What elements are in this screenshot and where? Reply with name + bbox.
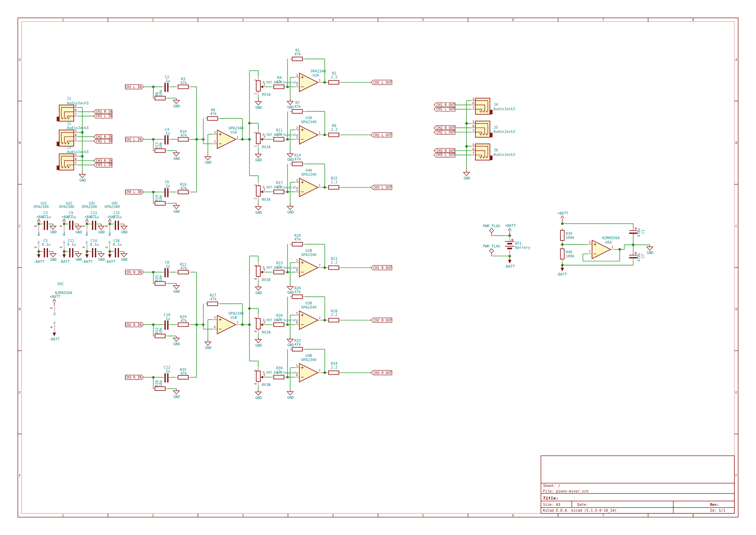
value-label: 47k	[294, 290, 301, 294]
vbatt-arrow-icon	[53, 299, 55, 302]
gnd-label: GND	[256, 105, 262, 109]
ref-label: U3B	[306, 301, 312, 305]
opamp-triangle	[299, 126, 318, 144]
gnd-icon	[255, 207, 261, 210]
gnd-label: GND	[174, 342, 180, 346]
jack-sleeve	[57, 165, 59, 170]
value-label: AudioJack3	[67, 101, 88, 105]
value-label: OPA2340	[301, 305, 316, 309]
frame-column-label: 8	[692, 18, 694, 22]
pin-number: 3	[296, 126, 298, 130]
pin-number: 6	[254, 370, 257, 371]
ref-label: U1B	[231, 315, 237, 319]
gnd-label: GND	[647, 251, 653, 255]
ref-label: R23	[276, 261, 283, 265]
pwr-flag-icon	[489, 229, 494, 233]
gnd-icon	[173, 286, 179, 289]
power-label: -BATT	[82, 259, 93, 264]
ref-label: U2A	[312, 73, 319, 77]
ref-label: U4A	[306, 168, 312, 172]
net-label: CH3_L_OUT	[436, 153, 455, 157]
gnd-icon	[287, 339, 293, 342]
value-label: 10k	[158, 195, 163, 201]
pin-number: 4	[59, 246, 63, 248]
ref-label: C10	[164, 313, 170, 317]
value-label: OPA2340	[311, 69, 326, 73]
net-label: CH2_R_IN	[96, 135, 112, 139]
titleblock-file: File: piano-mixer.sch	[543, 489, 589, 493]
power-label: PWR_FLAG	[483, 224, 500, 228]
net-label: CH2_L_OUT	[373, 133, 392, 137]
jack-sleeve	[490, 133, 493, 137]
value-label: 0.1u	[67, 242, 76, 246]
value-label: 0.1u	[68, 215, 76, 219]
value-label: 1u	[166, 184, 170, 188]
gnd-label: GND	[256, 210, 262, 214]
resistor-body	[274, 323, 284, 327]
ref-label: C15	[113, 211, 120, 215]
value-label: OPA2340	[59, 205, 74, 209]
pin-name: T	[473, 129, 475, 132]
ref-label: J2	[67, 121, 71, 126]
ref-label: U5A	[605, 240, 612, 244]
gnd-icon	[121, 254, 127, 257]
frame-column-label: 6	[512, 513, 514, 517]
frame-column-label: 7	[602, 18, 604, 22]
value-label: AudioJack3	[493, 152, 515, 156]
resistor-body	[178, 323, 188, 327]
net-label: CH1_L_OUT	[436, 107, 455, 112]
pin-number: 2	[589, 250, 590, 253]
gnd-label: GND	[174, 104, 180, 108]
resistor-body	[329, 133, 339, 137]
gnd-icon	[287, 154, 293, 157]
value-label: 10k	[158, 380, 163, 387]
value-label: 470u	[637, 228, 641, 237]
title-block	[541, 456, 734, 513]
value-label: OPA2340	[105, 205, 120, 209]
vbatt-arrow-icon	[64, 219, 66, 222]
vbatt-neg-arrow-icon	[62, 254, 66, 258]
net-label: CH1_R_IN	[96, 110, 112, 114]
vbatt-arrow-icon	[85, 219, 87, 222]
gnd-label: GND	[75, 257, 82, 261]
junction-dot	[323, 319, 326, 321]
pot-body	[256, 266, 260, 277]
net-label: CH3_L_IN	[96, 163, 112, 167]
frame-row-label: E	[735, 391, 737, 394]
resistor-body	[292, 242, 303, 246]
titleblock-size: Size: A3	[543, 502, 560, 507]
resistor-body	[274, 190, 284, 194]
value-label: OPA2340	[301, 120, 316, 124]
power-label: PWR_FLAG	[483, 244, 500, 248]
pin-name: R	[75, 158, 77, 161]
wiper-arrow-icon	[261, 85, 263, 88]
opamp-triangle	[299, 258, 318, 277]
value-label: 47k	[276, 80, 283, 84]
value-label: 0.1u	[42, 215, 51, 219]
net-label: CH3_R_OUT	[373, 371, 392, 375]
pin-number: 4	[105, 246, 108, 248]
value-label: OPA2340	[301, 172, 316, 176]
gnd-label: GND	[50, 257, 57, 261]
pin-number: 1	[254, 93, 257, 94]
gnd-label: GND	[121, 257, 128, 261]
pin-name: T	[473, 106, 475, 109]
net-label: CH2_L_IN	[96, 139, 112, 143]
pin-number: 8	[50, 307, 53, 309]
power-label: -BATT	[33, 259, 44, 264]
gnd-label: GND	[287, 210, 294, 214]
net-label: CH3_L_OUT	[373, 186, 392, 190]
ref-label: RV1B	[262, 278, 271, 282]
value-label: 2.2	[331, 365, 338, 369]
value-label: 47k	[294, 52, 301, 56]
ref-label: RV1A	[262, 92, 271, 96]
vbatt-arrow-icon	[54, 299, 56, 302]
vbatt-neg-arrow-icon	[85, 254, 89, 258]
gnd-label: GND	[121, 230, 128, 234]
ref-label: C7	[641, 254, 645, 258]
frame-column-label: 1	[62, 513, 64, 517]
value-label: OPA2340	[82, 205, 97, 209]
gnd-label: GND	[256, 158, 262, 162]
pot-body	[256, 81, 260, 91]
junction-dot	[248, 138, 251, 140]
